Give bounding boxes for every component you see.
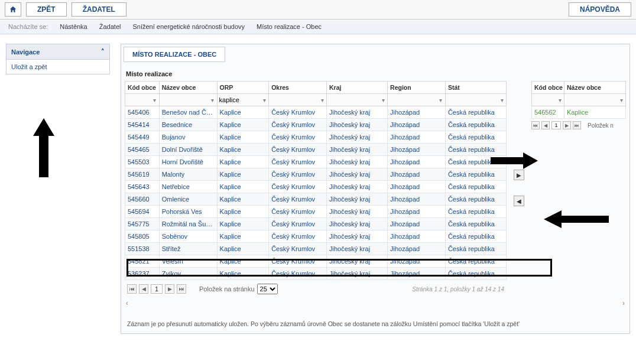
cell-region: Jihozápad bbox=[388, 106, 446, 119]
rcol-nazev[interactable]: Název obce bbox=[564, 82, 626, 94]
cell-orp: Kaplice bbox=[217, 230, 269, 243]
table-row[interactable]: 545775Rožmitál na Šum…KapliceČeský Kruml… bbox=[125, 218, 507, 230]
table-row[interactable]: 545619MalontyKapliceČeský KrumlovJihočes… bbox=[125, 168, 507, 181]
content-panel: MÍSTO REALIZACE - OBEC Místo realizace K… bbox=[121, 44, 630, 334]
pager-first[interactable]: ⏮ bbox=[127, 284, 137, 294]
rpager-page-input[interactable] bbox=[551, 121, 561, 129]
per-page-select[interactable]: 25 bbox=[257, 284, 278, 294]
cell-kod: 545465 bbox=[125, 144, 160, 156]
cell-kraj: Jihočeský kraj bbox=[327, 168, 388, 181]
move-right-button[interactable]: ▶ bbox=[514, 170, 524, 180]
col-nazev[interactable]: Název obce bbox=[159, 82, 217, 94]
col-okres[interactable]: Okres bbox=[269, 82, 327, 94]
help-button[interactable]: NÁPOVĚDA bbox=[569, 2, 631, 17]
rfilter-nazev[interactable] bbox=[565, 95, 618, 105]
cell-orp: Kaplice bbox=[217, 156, 269, 168]
filter-nazev[interactable] bbox=[160, 95, 209, 105]
filter-okres[interactable] bbox=[270, 95, 319, 105]
pager-next[interactable]: ▶ bbox=[165, 284, 174, 294]
transfer-controls: ▶ ◀ bbox=[512, 81, 525, 298]
rpager-next[interactable]: ▶ bbox=[563, 121, 571, 129]
col-stat[interactable]: Stát bbox=[445, 82, 506, 94]
cell-orp: Kaplice bbox=[217, 206, 269, 218]
funnel-icon[interactable]: ▾ bbox=[618, 97, 625, 103]
rpager-first[interactable]: ⏮ bbox=[531, 121, 540, 129]
table-row[interactable]: 545449BujanovKapliceČeský KrumlovJihočes… bbox=[125, 131, 507, 144]
cell-nazev: Pohorská Ves bbox=[159, 206, 217, 218]
cell-stat: Česká republika bbox=[445, 144, 506, 156]
funnel-icon[interactable]: ▾ bbox=[261, 97, 268, 103]
funnel-icon[interactable]: ▾ bbox=[209, 97, 216, 103]
cell-nazev: Benešov nad Čer… bbox=[159, 106, 217, 119]
funnel-icon[interactable]: ▾ bbox=[498, 97, 505, 103]
funnel-icon[interactable]: ▾ bbox=[151, 97, 158, 103]
cell-region: Jihozápad bbox=[388, 119, 446, 131]
hscroll-bar[interactable]: ‹ › bbox=[121, 298, 629, 312]
pager-page-input[interactable] bbox=[151, 284, 163, 294]
scroll-left-icon[interactable]: ‹ bbox=[126, 299, 128, 307]
nav-header[interactable]: Navigace ˄ bbox=[6, 44, 110, 60]
cell-nazev: Rožmitál na Šum… bbox=[159, 218, 217, 230]
cell-okres: Český Krumlov bbox=[269, 218, 327, 230]
table-row[interactable]: 545660OmleniceKapliceČeský KrumlovJihoče… bbox=[125, 193, 507, 206]
table-row[interactable]: 545406Benešov nad Čer…KapliceČeský Kruml… bbox=[125, 106, 507, 119]
cell-nazev: Horní Dvořiště bbox=[159, 156, 217, 168]
cell-okres: Český Krumlov bbox=[269, 131, 327, 144]
table-row[interactable]: 545503Horní DvořištěKapliceČeský Krumlov… bbox=[125, 156, 507, 168]
rpager-prev[interactable]: ◀ bbox=[541, 121, 550, 129]
table-row[interactable]: 545643NetřebiceKapliceČeský KrumlovJihoč… bbox=[125, 181, 507, 193]
pager-prev[interactable]: ◀ bbox=[139, 284, 148, 294]
pager-last[interactable]: ⏭ bbox=[177, 284, 186, 294]
applicant-button[interactable]: ŽADATEL bbox=[72, 2, 126, 17]
col-kraj[interactable]: Kraj bbox=[327, 82, 388, 94]
funnel-icon[interactable]: ▾ bbox=[319, 97, 326, 103]
filter-kod[interactable] bbox=[126, 95, 151, 105]
cell-nazev: Bujanov bbox=[159, 131, 217, 144]
move-left-button[interactable]: ◀ bbox=[514, 196, 524, 206]
crumb-program[interactable]: Snížení energetické náročnosti budovy bbox=[132, 23, 245, 30]
table-row[interactable]: 551538StřítežKapliceČeský KrumlovJihočes… bbox=[125, 243, 507, 255]
table-row[interactable]: 546562Kaplice bbox=[532, 106, 626, 119]
cell-okres: Český Krumlov bbox=[269, 206, 327, 218]
filter-kraj[interactable] bbox=[327, 95, 379, 105]
cell-kod: 551538 bbox=[125, 243, 160, 255]
tab-misto-realizace[interactable]: MÍSTO REALIZACE - OBEC bbox=[124, 47, 225, 62]
breadcrumb: Nacházíte se: Nástěnka Žadatel Snížení e… bbox=[0, 20, 636, 34]
crumb-applicant[interactable]: Žadatel bbox=[99, 23, 121, 30]
table-row[interactable]: 536237ZvíkovKapliceČeský KrumlovJihočesk… bbox=[125, 268, 507, 280]
funnel-icon[interactable]: ▾ bbox=[556, 97, 563, 103]
cell-kraj: Jihočeský kraj bbox=[327, 243, 388, 255]
table-row[interactable]: 545821VelešínKapliceČeský KrumlovJihočes… bbox=[125, 255, 507, 268]
home-button[interactable] bbox=[5, 2, 21, 17]
cell-kod: 545805 bbox=[125, 230, 160, 243]
cell-region: Jihozápad bbox=[388, 131, 446, 144]
section-title: Místo realizace bbox=[121, 62, 629, 81]
cell-stat: Česká republika bbox=[445, 206, 506, 218]
cell-nazev: Malonty bbox=[159, 168, 217, 181]
table-row[interactable]: 545465Dolní DvořištěKapliceČeský Krumlov… bbox=[125, 144, 507, 156]
table-row[interactable]: 545694Pohorská VesKapliceČeský KrumlovJi… bbox=[125, 206, 507, 218]
rpager-last[interactable]: ⏭ bbox=[573, 121, 581, 129]
table-row[interactable]: 545414BesedniceKapliceČeský KrumlovJihoč… bbox=[125, 119, 507, 131]
cell-kraj: Jihočeský kraj bbox=[327, 193, 388, 206]
filter-stat[interactable] bbox=[446, 95, 498, 105]
nav-title: Navigace bbox=[11, 48, 40, 56]
crumb-dashboard[interactable]: Nástěnka bbox=[60, 23, 87, 30]
scroll-right-icon[interactable]: › bbox=[622, 299, 625, 307]
cell-kraj: Jihočeský kraj bbox=[327, 106, 388, 119]
nav-save-and-back[interactable]: Uložit a zpět bbox=[6, 60, 110, 74]
rcol-kod[interactable]: Kód obce bbox=[532, 82, 564, 94]
col-region[interactable]: Region bbox=[388, 82, 446, 94]
filter-region[interactable] bbox=[388, 95, 437, 105]
col-orp[interactable]: ORP bbox=[217, 82, 269, 94]
cell-okres: Český Krumlov bbox=[269, 106, 327, 119]
funnel-icon[interactable]: ▾ bbox=[437, 97, 444, 103]
rfilter-kod[interactable] bbox=[533, 95, 556, 105]
col-kod[interactable]: Kód obce bbox=[125, 82, 160, 94]
table-row[interactable]: 545805SoběnovKapliceČeský KrumlovJihočes… bbox=[125, 230, 507, 243]
funnel-icon[interactable]: ▾ bbox=[379, 97, 387, 103]
back-button[interactable]: ZPĚT bbox=[26, 2, 67, 17]
filter-orp[interactable] bbox=[218, 95, 261, 105]
cell-region: Jihozápad bbox=[388, 230, 446, 243]
cell-okres: Český Krumlov bbox=[269, 156, 327, 168]
